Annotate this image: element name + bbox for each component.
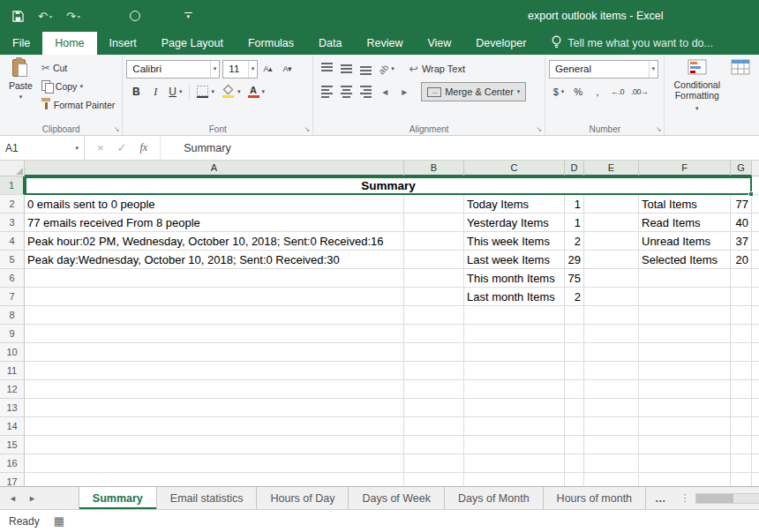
cell-C12[interactable] bbox=[464, 380, 565, 399]
cell-E12[interactable] bbox=[584, 380, 639, 399]
ribbon-tab-view[interactable]: View bbox=[415, 32, 463, 55]
undo-button[interactable]: ↶▾ bbox=[38, 10, 52, 23]
cell-partial-5[interactable] bbox=[752, 251, 759, 269]
cell-E17[interactable] bbox=[584, 473, 639, 486]
fill-handle[interactable] bbox=[748, 191, 754, 197]
cell-partial-11[interactable] bbox=[752, 362, 759, 380]
name-box[interactable]: A1 ▾ bbox=[0, 136, 85, 160]
insert-function-icon[interactable]: fx bbox=[140, 141, 148, 154]
font-size-select[interactable]: 11 ▾ bbox=[222, 60, 258, 79]
cell-G8[interactable] bbox=[731, 306, 752, 325]
cell-B13[interactable] bbox=[404, 399, 464, 417]
scrollbar-thumb[interactable] bbox=[696, 494, 733, 503]
cell-E8[interactable] bbox=[584, 306, 639, 325]
cell-A16[interactable] bbox=[25, 454, 404, 473]
cell-C9[interactable] bbox=[464, 325, 565, 343]
cell-G12[interactable] bbox=[731, 380, 752, 399]
cell-F8[interactable] bbox=[639, 306, 731, 325]
cell-E9[interactable] bbox=[584, 325, 639, 343]
cell-D9[interactable] bbox=[565, 325, 584, 343]
chevron-down-icon[interactable]: ▾ bbox=[517, 88, 521, 95]
cell-F11[interactable] bbox=[639, 362, 731, 380]
wrap-text-button[interactable]: ↩ Wrap Text bbox=[405, 59, 470, 79]
cell-A3[interactable]: 77 emails received From 8 people bbox=[25, 214, 404, 232]
copy-button[interactable]: Copy ▾ bbox=[38, 77, 118, 95]
cell-B6[interactable] bbox=[404, 269, 464, 288]
cell-G14[interactable] bbox=[731, 417, 752, 436]
row-header-9[interactable]: 9 bbox=[0, 325, 25, 343]
cell-F13[interactable] bbox=[639, 399, 731, 417]
row-header-10[interactable]: 10 bbox=[0, 343, 25, 362]
cell-F15[interactable] bbox=[639, 436, 731, 454]
cell-C10[interactable] bbox=[464, 343, 565, 362]
cell-G15[interactable] bbox=[731, 436, 752, 454]
customize-qat-button[interactable]: ▾ bbox=[184, 12, 192, 20]
ribbon-tab-page-layout[interactable]: Page Layout bbox=[149, 32, 236, 55]
enter-icon[interactable]: ✓ bbox=[117, 141, 127, 154]
dialog-launcher-icon[interactable]: ↘ bbox=[656, 125, 662, 133]
cell-D6[interactable]: 75 bbox=[565, 269, 584, 288]
cell-partial-8[interactable] bbox=[752, 306, 759, 325]
orientation-button[interactable]: ab▾ bbox=[375, 59, 398, 79]
scrollbar-track[interactable] bbox=[695, 493, 759, 504]
cell-E13[interactable] bbox=[584, 399, 639, 417]
cell-A10[interactable] bbox=[25, 343, 404, 362]
cell-partial-9[interactable] bbox=[752, 325, 759, 343]
cell-B9[interactable] bbox=[404, 325, 464, 343]
cancel-icon[interactable]: × bbox=[97, 141, 104, 154]
ribbon-tab-data[interactable]: Data bbox=[306, 32, 354, 55]
cell-F2[interactable]: Total Items bbox=[639, 195, 731, 214]
ribbon-tab-file[interactable]: File bbox=[0, 32, 42, 55]
cell-C17[interactable] bbox=[464, 473, 565, 486]
cell-C5[interactable]: Last week Items bbox=[464, 251, 565, 269]
cell-D10[interactable] bbox=[565, 343, 584, 362]
cell-C4[interactable]: This week Items bbox=[464, 232, 565, 251]
chevron-down-icon[interactable]: ▾ bbox=[262, 88, 266, 95]
align-top-button[interactable] bbox=[317, 59, 336, 79]
cell-C11[interactable] bbox=[464, 362, 565, 380]
column-header-D[interactable]: D bbox=[565, 161, 584, 176]
cell-C14[interactable] bbox=[464, 417, 565, 436]
paste-button[interactable]: Paste ▾ bbox=[4, 57, 38, 114]
cell-B5[interactable] bbox=[404, 251, 464, 269]
font-name-select[interactable]: Calibri ▾ bbox=[126, 60, 220, 79]
row-header-15[interactable]: 15 bbox=[0, 436, 25, 454]
cell-A5[interactable]: Peak day:Wednesday, October 10, 2018; Se… bbox=[25, 251, 404, 269]
chevron-down-icon[interactable]: ▾ bbox=[391, 65, 395, 72]
cell-F14[interactable] bbox=[639, 417, 731, 436]
font-color-button[interactable]: A ▾ bbox=[244, 82, 269, 101]
chevron-down-icon[interactable]: ▾ bbox=[252, 65, 255, 72]
align-center-button[interactable] bbox=[336, 82, 356, 101]
chevron-down-icon[interactable]: ▾ bbox=[19, 92, 23, 103]
row-header-17[interactable]: 17 bbox=[0, 473, 25, 486]
chevron-down-icon[interactable]: ▾ bbox=[179, 88, 183, 95]
cell-E3[interactable] bbox=[584, 214, 639, 232]
cell-F17[interactable] bbox=[639, 473, 731, 486]
cell-partial-7[interactable] bbox=[752, 288, 759, 306]
cell-partial-13[interactable] bbox=[752, 399, 759, 417]
cell-G11[interactable] bbox=[731, 362, 752, 380]
conditional-formatting-button[interactable]: Conditional Formatting ▾ bbox=[668, 57, 725, 116]
chevron-down-icon[interactable]: ▾ bbox=[78, 13, 80, 19]
cell-partial-17[interactable] bbox=[752, 473, 759, 486]
cell-B10[interactable] bbox=[404, 343, 464, 362]
column-header-E[interactable]: E bbox=[584, 161, 639, 176]
cell-partial-2[interactable] bbox=[752, 195, 759, 214]
save-icon[interactable] bbox=[12, 11, 24, 22]
align-left-button[interactable] bbox=[317, 82, 336, 101]
ribbon-tab-home[interactable]: Home bbox=[42, 32, 96, 55]
column-header-partial[interactable] bbox=[752, 161, 759, 176]
tell-me-box[interactable]: Tell me what you want to do... bbox=[551, 32, 713, 55]
cell-G10[interactable] bbox=[731, 343, 752, 362]
cell-F3[interactable]: Read Items bbox=[639, 214, 731, 232]
cell-D12[interactable] bbox=[565, 380, 584, 399]
cell-D11[interactable] bbox=[565, 362, 584, 380]
format-as-table-button-partial[interactable] bbox=[725, 57, 755, 116]
select-all-corner[interactable] bbox=[0, 161, 25, 176]
scroll-tabs-right-icon[interactable]: ► bbox=[28, 494, 36, 503]
row-header-4[interactable]: 4 bbox=[0, 232, 25, 251]
cell-E4[interactable] bbox=[584, 232, 639, 251]
cell-B12[interactable] bbox=[404, 380, 464, 399]
ribbon-tab-insert[interactable]: Insert bbox=[97, 32, 149, 55]
increase-font-size-button[interactable]: A▴ bbox=[258, 59, 277, 79]
